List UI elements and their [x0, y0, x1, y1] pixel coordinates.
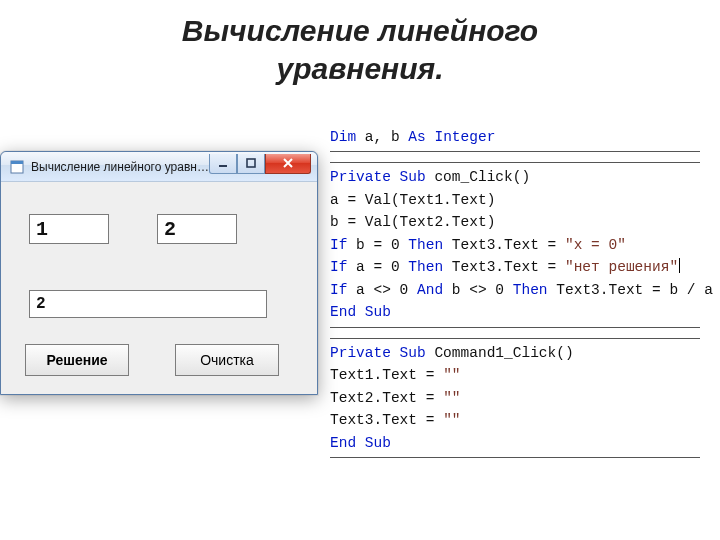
- code-sub-com-click: Private Sub com_Click() a = Val(Text1.Te…: [330, 162, 700, 327]
- client-area: Решение Очистка: [1, 182, 317, 394]
- text-caret: [679, 258, 680, 273]
- app-window: Вычисление линейного уравнения. Ре: [0, 151, 318, 395]
- close-button[interactable]: [265, 154, 311, 174]
- result-output[interactable]: [29, 290, 267, 318]
- code-declaration: Dim a, b As Integer: [330, 123, 700, 152]
- svg-rect-1: [11, 161, 23, 164]
- window-controls: [209, 154, 311, 174]
- code-sub-command1-click: Private Sub Command1_Click() Text1.Text …: [330, 338, 700, 458]
- code-panel: Dim a, b As Integer Private Sub com_Clic…: [330, 123, 700, 468]
- input-b[interactable]: [157, 214, 237, 244]
- titlebar[interactable]: Вычисление линейного уравнения.: [1, 152, 317, 182]
- minimize-button[interactable]: [209, 154, 237, 174]
- slide-title-line2: уравнения.: [276, 52, 443, 85]
- svg-rect-3: [247, 159, 255, 167]
- slide-title: Вычисление линейного уравнения.: [0, 0, 720, 95]
- clear-button[interactable]: Очистка: [175, 344, 279, 376]
- input-a[interactable]: [29, 214, 109, 244]
- maximize-button[interactable]: [237, 154, 265, 174]
- svg-rect-2: [219, 165, 227, 167]
- window-title: Вычисление линейного уравнения.: [31, 160, 209, 174]
- solve-button[interactable]: Решение: [25, 344, 129, 376]
- slide-title-line1: Вычисление линейного: [182, 14, 538, 47]
- form-icon: [9, 159, 25, 175]
